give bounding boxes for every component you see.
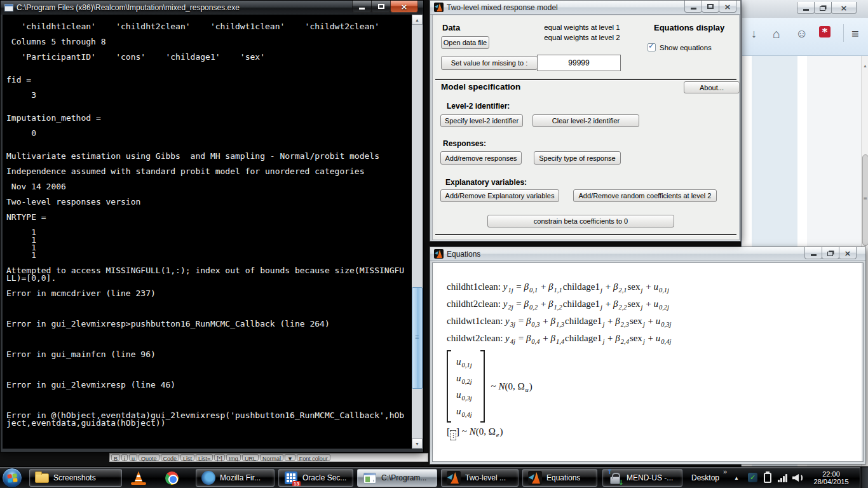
equations-minimize-button[interactable] [804,247,822,259]
console-output: 'childht1clean' 'childht2clean' 'childwt… [3,15,412,427]
console-app-icon [4,4,13,11]
equation-line: childwt1clean: y3j = β0,3 + β1,3childage… [447,313,863,330]
equations-restore-button[interactable] [822,247,839,259]
editor-toolbar-button[interactable]: List [180,454,194,461]
antivirus-tray-icon[interactable] [748,473,757,482]
editor-toolbar-button[interactable]: u [129,454,137,461]
show-equations-label: Show equations [660,44,712,51]
console-scrollbar[interactable]: ▲ ▼ [412,15,423,449]
responses-label: Responses: [443,139,486,148]
matlab-icon [434,249,444,259]
editor-toolbar-button[interactable]: Normal [260,454,283,461]
action-center-tray-icon[interactable] [764,473,771,483]
e-distribution: [⋮] ~ N(0, Ωe) [447,424,863,440]
desktop-toolbar[interactable]: Desktop [691,467,719,488]
about-button[interactable]: About... [684,81,740,93]
dialog-maximize-button[interactable] [702,1,719,13]
taskbar-button-two-level[interactable]: Two-level ... [441,469,519,487]
editor-toolbar-button[interactable]: i [121,454,128,461]
taskbar-clock[interactable]: 22:00 28/04/2015 [807,470,855,485]
toolbar-chevron-icon[interactable]: » [723,468,727,475]
matlab-icon [446,470,461,485]
specify-type-response-button[interactable]: Specify type of response [534,151,621,165]
taskbar-button-equations[interactable]: Equations [522,469,597,487]
menu-icon[interactable]: ≡ [851,27,859,41]
weights-note: equal weights at level 1 equal weights a… [528,22,636,43]
clear-level2-button[interactable]: Clear level-2 identifier [532,114,639,127]
taskbar-button-firefox[interactable]: Mozilla Fir... [196,469,275,487]
restore-icon [820,6,825,11]
console-maximize-button[interactable] [371,1,391,13]
taskbar-button-screenshots[interactable]: Screenshots [29,469,122,487]
u-vector-entry: u0,1j [456,353,473,370]
taskbar-button-oracle[interactable]: 13Oracle Sec... [278,469,353,487]
taskbar-button-label: MEND-US -... [627,473,673,482]
oracle-icon: 13 [283,470,299,485]
console-title: C:\Program Files (x86)\Realcom\Imputatio… [17,3,240,12]
dialog-close-button[interactable]: × [719,1,736,13]
firefox-restore-button[interactable] [814,2,832,14]
taskbar-button-vlc[interactable] [126,469,151,487]
chat-icon[interactable]: ☺ [796,27,808,41]
console-minimize-button[interactable] [352,1,372,13]
close-icon: × [401,3,408,11]
equation-line: childht2clean: y2j = β0,2 + β1,2childage… [447,295,863,313]
add-remove-responses-button[interactable]: Add/remove responses [440,151,522,165]
equations-titlebar[interactable]: Equations × [430,247,865,261]
taskbar-button-mend-us[interactable]: MEND-US -... [602,469,682,487]
scroll-down-icon[interactable]: ▼ [412,438,423,449]
equations-canvas: childht1clean: y1j = β0,1 + β1,1childage… [432,262,864,462]
editor-toolbar-button[interactable]: Font colour [297,454,330,461]
scrollbar-thumb[interactable] [412,287,423,389]
console-close-button[interactable]: × [390,1,418,13]
editor-toolbar-button[interactable]: ▼ [285,454,295,461]
taskbar-button-label: Two-level ... [465,473,506,482]
specify-level2-button[interactable]: Specify level-2 identifier [440,114,523,127]
download-icon[interactable]: ↓ [751,27,757,41]
section-divider [435,234,736,235]
show-desktop-button[interactable] [860,467,868,488]
firefox-minimize-button[interactable] [797,2,815,14]
equations-close-button[interactable]: × [839,247,857,259]
firefox-titlebar[interactable]: × [742,0,868,18]
console-titlebar[interactable]: C:\Program Files (x86)\Realcom\Imputatio… [1,1,423,15]
weights-line1: equal weights at level 1 [528,22,636,32]
dialog-minimize-button[interactable] [684,1,702,13]
u-vector-entry: u0,4j [456,403,473,419]
u-vector-entry: u0,3j [456,386,473,403]
editor-toolbar-button[interactable]: Img [226,454,241,461]
add-remove-explanatory-button[interactable]: Add/Remove Explanatory variables [440,189,559,202]
scroll-up-icon[interactable]: ▲ [863,64,867,68]
scroll-up-icon[interactable]: ▲ [412,15,423,25]
show-hidden-icons-button[interactable]: ▲ [734,475,739,481]
section-divider [435,79,736,80]
taskbar-button-label: C:\Program... [381,473,426,482]
lastpass-icon[interactable]: * [819,26,831,37]
add-remove-random-coefficients-button[interactable]: Add/Remove random coefficients at level … [573,189,717,202]
editor-toolbar-button[interactable]: Quote [139,454,159,461]
open-data-file-button[interactable]: Open data file [441,36,489,49]
firefox-close-button[interactable]: × [831,2,857,14]
missing-value-field[interactable] [537,55,621,71]
constrain-beta-button[interactable]: constrain beta coefficients to 0 [487,215,674,227]
editor-toolbar-button[interactable]: Code [161,454,180,461]
set-missing-value-button[interactable]: Set value for missing to : [441,56,538,70]
model-dialog-titlebar[interactable]: Two-level mixed response model × [430,1,740,15]
taskbar-button-chrome[interactable] [159,469,184,487]
explanatory-variables-label: Explanatory variables: [445,178,527,187]
show-equations-checkbox[interactable] [648,43,656,51]
equations-window: Equations × childht1clean: y1j = β0,1 + … [430,247,866,464]
scrollbar-thumb[interactable] [862,154,868,246]
network-tray-icon[interactable] [778,473,788,482]
start-button[interactable] [2,468,22,488]
equations-display-heading: Equations display [654,23,724,32]
taskbar-button-console[interactable]: C:\Program... [357,469,437,487]
volume-tray-icon[interactable] [792,473,804,482]
editor-toolbar-button[interactable]: [*] [214,454,225,461]
editor-toolbar-button[interactable]: URL [242,454,259,461]
model-dialog-title: Two-level mixed response model [447,3,558,12]
editor-toolbar-button[interactable]: List= [196,454,213,461]
home-icon[interactable]: ⌂ [773,27,780,41]
minimize-icon [359,8,365,10]
editor-toolbar-button[interactable]: B [111,454,120,461]
